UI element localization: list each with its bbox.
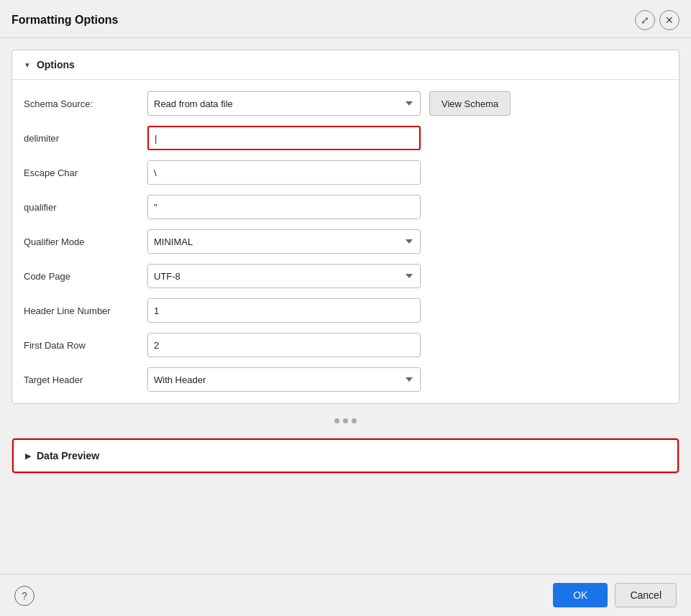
dialog-body: ▼ Options Schema Source: Read from data … <box>0 38 691 574</box>
help-icon[interactable]: ? <box>14 586 35 606</box>
qualifier-row: qualifier <box>24 195 667 219</box>
header-line-number-label: Header Line Number <box>24 305 139 316</box>
expand-button[interactable]: ⤢ <box>635 10 655 30</box>
options-panel-content: Schema Source: Read from data file View … <box>12 80 679 403</box>
qualifier-label: qualifier <box>24 202 139 213</box>
target-header-row: Target Header With Header Without Header <box>24 367 667 392</box>
options-panel: ▼ Options Schema Source: Read from data … <box>12 50 679 404</box>
qualifier-input[interactable] <box>147 195 421 219</box>
dot-1 <box>334 418 339 423</box>
dialog-title: Formatting Options <box>12 14 118 27</box>
schema-source-row: Schema Source: Read from data file View … <box>24 91 667 116</box>
qualifier-mode-label: Qualifier Mode <box>24 236 139 247</box>
dot-3 <box>352 418 357 423</box>
delimiter-input[interactable] <box>147 126 421 150</box>
qualifier-mode-select[interactable]: MINIMAL ALL NON_NUMERIC NONE <box>147 229 421 254</box>
options-panel-title: Options <box>37 59 75 70</box>
options-panel-header[interactable]: ▼ Options <box>12 50 679 80</box>
escape-char-input[interactable] <box>147 160 421 185</box>
escape-char-row: Escape Char <box>24 160 667 185</box>
dialog-footer: OK Cancel <box>0 574 691 616</box>
first-data-row-label: First Data Row <box>24 340 139 351</box>
delimiter-label: delimiter <box>24 133 139 144</box>
title-bar-actions: ⤢ ✕ <box>635 10 679 30</box>
escape-char-label: Escape Char <box>24 167 139 178</box>
dots-separator <box>12 413 679 429</box>
close-button[interactable]: ✕ <box>659 10 679 30</box>
dot-2 <box>343 418 348 423</box>
qualifier-mode-row: Qualifier Mode MINIMAL ALL NON_NUMERIC N… <box>24 229 667 254</box>
play-icon: ▶ <box>25 451 31 461</box>
title-bar: Formatting Options ⤢ ✕ <box>0 0 691 38</box>
target-header-select[interactable]: With Header Without Header <box>147 367 421 392</box>
code-page-label: Code Page <box>24 271 139 282</box>
first-data-row-row: First Data Row <box>24 333 667 357</box>
schema-source-label: Schema Source: <box>24 98 139 109</box>
delimiter-row: delimiter <box>24 126 667 150</box>
header-line-number-row: Header Line Number <box>24 298 667 323</box>
collapse-icon: ▼ <box>24 61 31 69</box>
code-page-select[interactable]: UTF-8 UTF-16 ISO-8859-1 ASCII <box>147 264 421 288</box>
view-schema-button[interactable]: View Schema <box>429 91 511 116</box>
first-data-row-input[interactable] <box>147 333 421 357</box>
ok-button[interactable]: OK <box>553 583 608 607</box>
data-preview-header[interactable]: ▶ Data Preview <box>12 438 679 473</box>
code-page-row: Code Page UTF-8 UTF-16 ISO-8859-1 ASCII <box>24 264 667 288</box>
formatting-options-dialog: Formatting Options ⤢ ✕ ▼ Options Schema … <box>0 0 691 616</box>
data-preview-panel: ▶ Data Preview <box>12 438 679 474</box>
schema-source-select[interactable]: Read from data file <box>147 91 421 116</box>
data-preview-title: Data Preview <box>37 450 99 461</box>
target-header-label: Target Header <box>24 374 139 385</box>
header-line-number-input[interactable] <box>147 298 421 323</box>
cancel-button[interactable]: Cancel <box>615 583 677 607</box>
